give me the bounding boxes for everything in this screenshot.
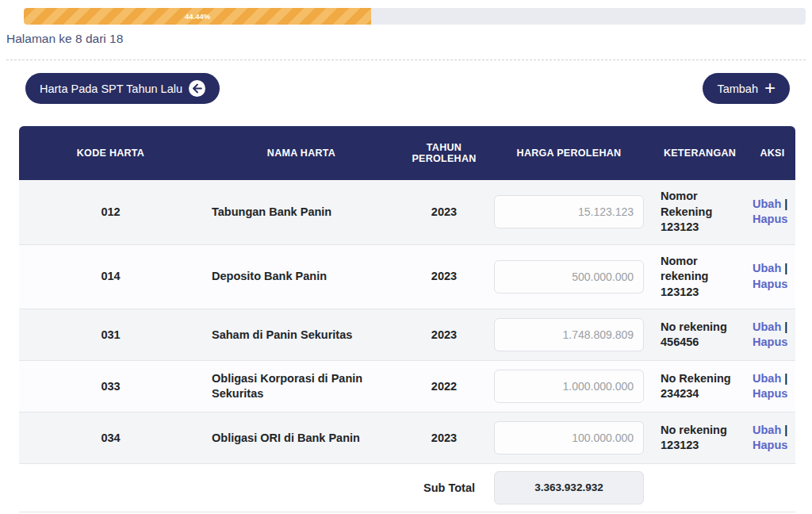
harga-perolehan-cell <box>488 412 650 464</box>
aksi-separator: | <box>781 424 787 436</box>
ubah-link[interactable]: Ubah <box>753 198 781 210</box>
arrow-left-icon <box>189 80 205 97</box>
progress-label: 44.44% <box>185 12 210 21</box>
table-row: 014Deposito Bank Panin2023Nomor rekening… <box>19 244 795 309</box>
hapus-link[interactable]: Hapus <box>753 278 787 290</box>
page-indicator: Halaman ke 8 dari 18 <box>6 32 812 46</box>
hapus-link[interactable]: Hapus <box>753 439 787 451</box>
harga-perolehan-cell <box>488 309 650 361</box>
header-keterangan: KETERANGAN <box>650 126 749 180</box>
nama-harta-cell: Obligasi ORI di Bank Panin <box>202 412 400 464</box>
toolbar: Harta Pada SPT Tahun Lalu Tambah + <box>25 73 790 104</box>
subtotal-value: 3.363.932.932 <box>494 471 644 504</box>
aksi-cell: Ubah | Hapus <box>749 244 795 309</box>
nama-harta-cell: Tabungan Bank Panin <box>202 180 400 244</box>
kode-harta-cell: 012 <box>19 180 202 244</box>
kode-harta-cell: 031 <box>19 309 202 361</box>
harga-perolehan-input[interactable] <box>494 421 644 455</box>
tahun-perolehan-cell: 2023 <box>400 309 488 361</box>
asset-table-body: 012Tabungan Bank Panin2023Nomor Rekening… <box>19 180 795 512</box>
harga-perolehan-input[interactable] <box>494 318 644 351</box>
aksi-cell: Ubah | Hapus <box>749 309 795 361</box>
tahun-perolehan-cell: 2022 <box>400 361 488 412</box>
subtotal-label: Sub Total <box>400 464 488 512</box>
aksi-separator: | <box>781 262 787 274</box>
table-row: 031Saham di Panin Sekuritas2023No rekeni… <box>19 309 795 361</box>
aksi-cell: Ubah | Hapus <box>749 412 795 464</box>
kode-harta-cell: 033 <box>19 361 202 412</box>
harga-perolehan-input[interactable] <box>494 370 644 403</box>
subtotal-row: Sub Total3.363.932.932 <box>19 464 795 512</box>
harta-spt-tahun-lalu-label: Harta Pada SPT Tahun Lalu <box>40 82 182 95</box>
table-header-row: KODE HARTA NAMA HARTA TAHUN PEROLEHAN HA… <box>19 126 795 180</box>
harta-table: KODE HARTA NAMA HARTA TAHUN PEROLEHAN HA… <box>19 126 795 512</box>
ubah-link[interactable]: Ubah <box>753 372 781 385</box>
dashed-divider <box>6 59 806 60</box>
nama-harta-cell: Deposito Bank Panin <box>202 244 400 309</box>
table-row: 012Tabungan Bank Panin2023Nomor Rekening… <box>19 180 795 244</box>
tahun-perolehan-cell: 2023 <box>400 412 488 464</box>
keterangan-cell: Nomor Rekening 123123 <box>650 180 749 244</box>
kode-harta-cell: 014 <box>19 244 202 309</box>
progress-fill: 44.44% <box>24 8 371 25</box>
aksi-separator: | <box>781 320 787 333</box>
tambah-label: Tambah <box>717 82 758 95</box>
hapus-link[interactable]: Hapus <box>753 213 787 225</box>
keterangan-cell: Nomor rekening 123123 <box>650 244 749 309</box>
keterangan-cell: No Rekening 234234 <box>650 361 749 412</box>
hapus-link[interactable]: Hapus <box>753 336 787 348</box>
harga-perolehan-cell <box>488 361 650 412</box>
table-row: 033Obligasi Korporasi di Panin Sekuritas… <box>19 361 795 412</box>
table-row: 034Obligasi ORI di Bank Panin2023No reke… <box>19 412 795 464</box>
harta-spt-tahun-lalu-button[interactable]: Harta Pada SPT Tahun Lalu <box>25 73 220 104</box>
tahun-perolehan-cell: 2023 <box>400 244 488 309</box>
harga-perolehan-input[interactable] <box>494 260 644 293</box>
header-aksi: AKSI <box>749 126 795 180</box>
aksi-separator: | <box>781 198 787 210</box>
keterangan-cell: No rekening 456456 <box>650 309 749 361</box>
nama-harta-cell: Obligasi Korporasi di Panin Sekuritas <box>202 361 400 412</box>
nama-harta-cell: Saham di Panin Sekuritas <box>202 309 400 361</box>
ubah-link[interactable]: Ubah <box>753 424 781 436</box>
subtotal-cell: 3.363.932.932 <box>488 464 650 512</box>
tahun-perolehan-cell: 2023 <box>400 180 488 244</box>
progress-bar: 44.44% <box>24 8 806 25</box>
aksi-separator: | <box>781 372 787 385</box>
aksi-cell: Ubah | Hapus <box>749 180 795 244</box>
header-tahun-perolehan: TAHUN PEROLEHAN <box>400 126 488 180</box>
tambah-button[interactable]: Tambah + <box>703 73 790 104</box>
hapus-link[interactable]: Hapus <box>753 387 787 400</box>
header-kode-harta: KODE HARTA <box>19 126 202 180</box>
kode-harta-cell: 034 <box>19 412 202 464</box>
header-harga-perolehan: HARGA PEROLEHAN <box>488 126 650 180</box>
header-nama-harta: NAMA HARTA <box>202 126 400 180</box>
harga-perolehan-cell <box>488 180 650 244</box>
ubah-link[interactable]: Ubah <box>753 320 781 333</box>
ubah-link[interactable]: Ubah <box>753 262 781 274</box>
harga-perolehan-cell <box>488 244 650 309</box>
keterangan-cell: No rekening 123123 <box>650 412 749 464</box>
aksi-cell: Ubah | Hapus <box>749 361 795 412</box>
harga-perolehan-input[interactable] <box>494 195 644 228</box>
